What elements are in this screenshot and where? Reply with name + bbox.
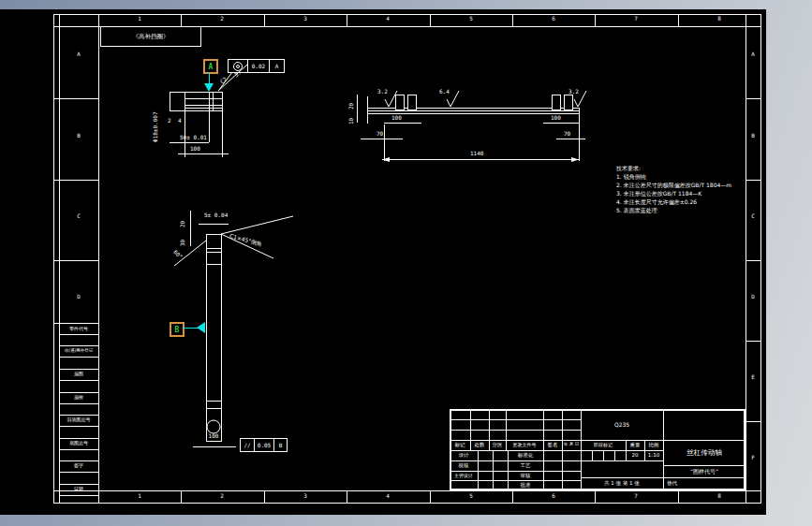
zone-divider <box>678 14 679 26</box>
border-line <box>746 14 746 503</box>
shaft-lug <box>564 95 573 110</box>
zone-divider <box>181 490 182 503</box>
cad-application-window: { "frame": { "zone_numbers": ["1","2","3… <box>0 0 812 526</box>
note-line: 5. 表面发蓝处理 <box>616 208 657 214</box>
shaft-edge <box>206 264 222 265</box>
margin-block-label: 旧底图总号 <box>59 416 98 422</box>
note-line: 3. 未注形位公差按GB/T 1184—K <box>616 191 701 197</box>
zone-divider <box>347 490 347 503</box>
zone-letter: E <box>746 374 760 381</box>
zone-letter: A <box>746 51 760 58</box>
dim-text: 100 <box>190 146 200 153</box>
role-label-approve: 批准 <box>508 482 543 489</box>
zone-divider <box>512 490 513 503</box>
margin-block-label: 描校 <box>59 394 98 400</box>
zone-number: 3 <box>296 493 315 500</box>
role-label-design: 设计 <box>450 452 478 459</box>
zone-number: 4 <box>378 16 397 22</box>
zone-divider <box>595 14 596 26</box>
note-line: 4. 未注长度尺寸允许偏差±0.26 <box>616 199 697 206</box>
zone-divider <box>264 490 265 503</box>
zone-divider <box>746 260 760 261</box>
border-line <box>53 14 54 504</box>
revision-header: 标记 <box>450 442 470 448</box>
parallelism-icon: // <box>240 438 255 452</box>
title-block-line <box>543 409 544 490</box>
revision-header: 签名 <box>543 442 562 448</box>
shaft-lug <box>407 95 417 110</box>
extension-line <box>384 124 385 161</box>
dim-line <box>170 142 209 143</box>
zone-number: 1 <box>130 493 149 500</box>
dim-text: 30 <box>180 240 186 246</box>
zone-divider <box>53 323 98 324</box>
title-block-line <box>450 440 581 441</box>
zone-number: 7 <box>627 16 645 22</box>
chamfer-text: C2 <box>219 76 229 85</box>
replace-label: 替代 <box>667 480 677 487</box>
zone-letter: C <box>746 213 760 220</box>
role-label-standardization: 标准化 <box>508 452 543 459</box>
zone-divider <box>347 14 347 26</box>
zone-number: 6 <box>544 16 563 22</box>
revision-header: 分区 <box>489 442 506 448</box>
title-block-line <box>450 460 581 461</box>
view-label-box: 《高补挡圈》 <box>100 26 201 47</box>
zone-number: 7 <box>627 493 645 500</box>
margin-block-line <box>59 380 98 381</box>
dim-text: 100 <box>204 433 223 440</box>
margin-block-label: 零件代号 <box>59 326 98 331</box>
dim-line <box>357 95 358 123</box>
role-label-chief-design: 主管设计 <box>450 473 478 478</box>
shaft-edge <box>221 234 222 442</box>
title-block-line <box>663 465 746 466</box>
margin-block-line <box>59 426 98 427</box>
stage-mark-label: 阶段标记 <box>581 442 626 447</box>
dim-text: 100 <box>551 115 561 122</box>
part-edge <box>185 108 222 109</box>
revision-header: 处数 <box>470 442 489 448</box>
dim-text: 10 <box>348 118 355 124</box>
dim-line <box>543 123 579 124</box>
roughness-text: 3.2 <box>568 89 579 95</box>
zone-letter: A <box>59 51 98 58</box>
title-block-line <box>663 440 746 441</box>
dim-text: 4 <box>178 118 182 124</box>
extension-line <box>222 110 223 157</box>
dim-line <box>382 159 579 160</box>
part-edge <box>185 105 222 106</box>
chamfer-text: C1×45°倒角 <box>229 233 262 248</box>
margin-block-line <box>59 369 98 370</box>
title-block-line <box>614 450 615 460</box>
dim-line <box>190 211 191 246</box>
margin-block-line <box>59 472 98 473</box>
title-block-line <box>581 440 663 441</box>
datum-leader <box>183 328 198 329</box>
margin-block-line <box>59 392 98 393</box>
dim-line <box>361 139 403 139</box>
title-block-line <box>478 450 479 490</box>
angle-text: 60° <box>172 249 184 260</box>
datum-leader <box>209 72 210 83</box>
title-block-line <box>663 477 746 478</box>
leader-line <box>221 216 293 234</box>
zone-divider <box>746 98 760 99</box>
margin-block-line <box>59 449 98 450</box>
concentricity-icon <box>228 59 248 73</box>
tolerance-datum: B <box>273 438 288 452</box>
border-line <box>59 14 60 503</box>
part-name: 丝杠传动轴 <box>663 448 746 458</box>
zone-divider <box>746 180 760 181</box>
zone-divider <box>430 490 431 503</box>
part-edge <box>185 92 185 110</box>
shaft-edge <box>367 96 368 124</box>
weight-label: 重量 <box>626 442 644 448</box>
zone-divider <box>264 14 265 26</box>
zone-number: 4 <box>378 493 397 500</box>
zone-divider <box>53 260 98 261</box>
part-edge <box>213 92 214 110</box>
margin-block-line <box>59 495 98 496</box>
zone-number: 8 <box>710 493 729 500</box>
margin-block-line <box>59 484 98 485</box>
title-block-line <box>581 460 663 461</box>
